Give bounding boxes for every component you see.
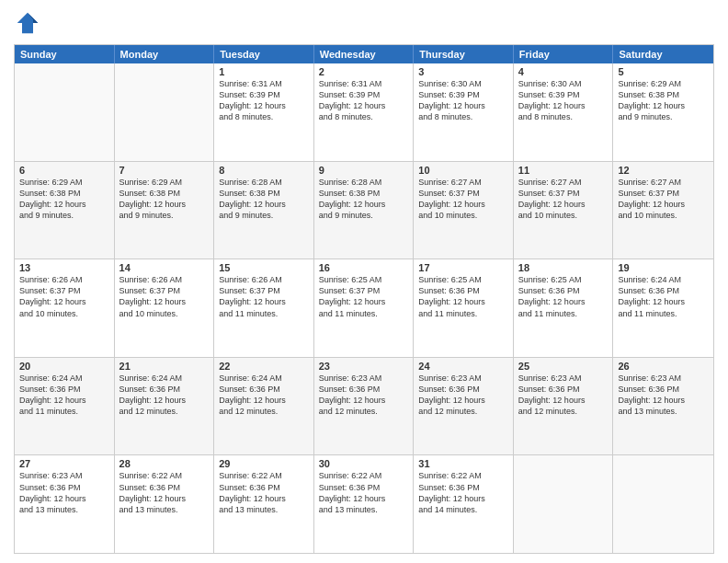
calendar-body: 1Sunrise: 6:31 AM Sunset: 6:39 PM Daylig… [15, 63, 713, 553]
day-info: Sunrise: 6:30 AM Sunset: 6:39 PM Dayligh… [418, 78, 508, 123]
day-info: Sunrise: 6:26 AM Sunset: 6:37 PM Dayligh… [219, 274, 309, 319]
calendar-cell [514, 455, 614, 553]
day-info: Sunrise: 6:22 AM Sunset: 6:36 PM Dayligh… [119, 470, 210, 515]
day-number: 3 [418, 66, 508, 77]
calendar-cell: 22Sunrise: 6:24 AM Sunset: 6:36 PM Dayli… [214, 358, 314, 455]
day-info: Sunrise: 6:24 AM Sunset: 6:36 PM Dayligh… [119, 373, 210, 418]
calendar-cell: 30Sunrise: 6:22 AM Sunset: 6:36 PM Dayli… [314, 455, 415, 553]
page: SundayMondayTuesdayWednesdayThursdayFrid… [0, 0, 728, 563]
day-number: 25 [518, 361, 609, 372]
day-info: Sunrise: 6:22 AM Sunset: 6:36 PM Dayligh… [219, 470, 309, 515]
day-number: 20 [19, 361, 109, 372]
calendar-cell: 6Sunrise: 6:29 AM Sunset: 6:38 PM Daylig… [15, 162, 115, 259]
day-info: Sunrise: 6:26 AM Sunset: 6:37 PM Dayligh… [119, 274, 210, 319]
calendar-cell: 4Sunrise: 6:30 AM Sunset: 6:39 PM Daylig… [514, 63, 614, 161]
day-number: 26 [618, 361, 709, 372]
calendar-row: 1Sunrise: 6:31 AM Sunset: 6:39 PM Daylig… [15, 63, 713, 161]
calendar-row: 27Sunrise: 6:23 AM Sunset: 6:36 PM Dayli… [15, 454, 713, 553]
day-info: Sunrise: 6:25 AM Sunset: 6:36 PM Dayligh… [418, 274, 508, 319]
day-number: 12 [618, 165, 709, 176]
day-info: Sunrise: 6:23 AM Sunset: 6:36 PM Dayligh… [418, 373, 508, 418]
day-info: Sunrise: 6:27 AM Sunset: 6:37 PM Dayligh… [618, 177, 709, 222]
calendar-cell: 16Sunrise: 6:25 AM Sunset: 6:37 PM Dayli… [314, 259, 415, 357]
day-number: 21 [119, 361, 210, 372]
header-day-thursday: Thursday [414, 45, 514, 63]
day-info: Sunrise: 6:29 AM Sunset: 6:38 PM Dayligh… [618, 78, 709, 123]
day-number: 30 [319, 458, 409, 469]
day-number: 9 [319, 165, 409, 176]
day-info: Sunrise: 6:26 AM Sunset: 6:37 PM Dayligh… [19, 274, 109, 319]
day-number: 23 [319, 361, 409, 372]
calendar-cell: 2Sunrise: 6:31 AM Sunset: 6:39 PM Daylig… [314, 63, 415, 161]
header [14, 9, 714, 37]
day-info: Sunrise: 6:24 AM Sunset: 6:36 PM Dayligh… [219, 373, 309, 418]
day-number: 14 [119, 262, 210, 273]
header-day-saturday: Saturday [613, 45, 713, 63]
day-info: Sunrise: 6:23 AM Sunset: 6:36 PM Dayligh… [618, 373, 709, 418]
day-info: Sunrise: 6:25 AM Sunset: 6:36 PM Dayligh… [518, 274, 609, 319]
calendar-row: 6Sunrise: 6:29 AM Sunset: 6:38 PM Daylig… [15, 161, 713, 259]
day-number: 2 [319, 66, 409, 77]
day-info: Sunrise: 6:22 AM Sunset: 6:36 PM Dayligh… [418, 470, 508, 515]
calendar-header: SundayMondayTuesdayWednesdayThursdayFrid… [15, 45, 713, 63]
calendar-cell: 28Sunrise: 6:22 AM Sunset: 6:36 PM Dayli… [115, 455, 215, 553]
day-info: Sunrise: 6:23 AM Sunset: 6:36 PM Dayligh… [19, 470, 109, 515]
day-info: Sunrise: 6:24 AM Sunset: 6:36 PM Dayligh… [19, 373, 109, 418]
calendar-cell: 17Sunrise: 6:25 AM Sunset: 6:36 PM Dayli… [414, 259, 514, 357]
day-info: Sunrise: 6:31 AM Sunset: 6:39 PM Dayligh… [319, 78, 409, 123]
day-number: 18 [518, 262, 609, 273]
calendar-cell: 10Sunrise: 6:27 AM Sunset: 6:37 PM Dayli… [414, 162, 514, 259]
day-number: 19 [618, 262, 709, 273]
calendar-cell: 5Sunrise: 6:29 AM Sunset: 6:38 PM Daylig… [613, 63, 713, 161]
calendar-cell [15, 63, 115, 161]
header-day-sunday: Sunday [15, 45, 115, 63]
day-number: 10 [418, 165, 508, 176]
day-info: Sunrise: 6:29 AM Sunset: 6:38 PM Dayligh… [119, 177, 210, 222]
calendar-cell: 13Sunrise: 6:26 AM Sunset: 6:37 PM Dayli… [15, 259, 115, 357]
day-info: Sunrise: 6:22 AM Sunset: 6:36 PM Dayligh… [319, 470, 409, 515]
calendar: SundayMondayTuesdayWednesdayThursdayFrid… [14, 44, 714, 554]
day-number: 28 [119, 458, 210, 469]
calendar-cell: 29Sunrise: 6:22 AM Sunset: 6:36 PM Dayli… [214, 455, 314, 553]
day-number: 24 [418, 361, 508, 372]
calendar-cell: 23Sunrise: 6:23 AM Sunset: 6:36 PM Dayli… [314, 358, 415, 455]
calendar-cell: 9Sunrise: 6:28 AM Sunset: 6:38 PM Daylig… [314, 162, 415, 259]
day-number: 13 [19, 262, 109, 273]
calendar-cell: 1Sunrise: 6:31 AM Sunset: 6:39 PM Daylig… [214, 63, 314, 161]
day-number: 29 [219, 458, 309, 469]
calendar-row: 20Sunrise: 6:24 AM Sunset: 6:36 PM Dayli… [15, 357, 713, 455]
header-day-wednesday: Wednesday [314, 45, 415, 63]
day-info: Sunrise: 6:24 AM Sunset: 6:36 PM Dayligh… [618, 274, 709, 319]
calendar-cell: 11Sunrise: 6:27 AM Sunset: 6:37 PM Dayli… [514, 162, 614, 259]
header-day-monday: Monday [115, 45, 215, 63]
day-info: Sunrise: 6:23 AM Sunset: 6:36 PM Dayligh… [319, 373, 409, 418]
day-number: 11 [518, 165, 609, 176]
calendar-cell: 24Sunrise: 6:23 AM Sunset: 6:36 PM Dayli… [414, 358, 514, 455]
calendar-cell: 27Sunrise: 6:23 AM Sunset: 6:36 PM Dayli… [15, 455, 115, 553]
calendar-row: 13Sunrise: 6:26 AM Sunset: 6:37 PM Dayli… [15, 259, 713, 357]
calendar-cell: 21Sunrise: 6:24 AM Sunset: 6:36 PM Dayli… [115, 358, 215, 455]
calendar-cell: 25Sunrise: 6:23 AM Sunset: 6:36 PM Dayli… [514, 358, 614, 455]
day-number: 6 [19, 165, 109, 176]
calendar-cell [613, 455, 713, 553]
calendar-cell: 18Sunrise: 6:25 AM Sunset: 6:36 PM Dayli… [514, 259, 614, 357]
day-number: 16 [319, 262, 409, 273]
day-info: Sunrise: 6:27 AM Sunset: 6:37 PM Dayligh… [418, 177, 508, 222]
calendar-cell: 14Sunrise: 6:26 AM Sunset: 6:37 PM Dayli… [115, 259, 215, 357]
day-info: Sunrise: 6:30 AM Sunset: 6:39 PM Dayligh… [518, 78, 609, 123]
day-number: 7 [119, 165, 210, 176]
day-number: 31 [418, 458, 508, 469]
day-info: Sunrise: 6:27 AM Sunset: 6:37 PM Dayligh… [518, 177, 609, 222]
calendar-cell: 7Sunrise: 6:29 AM Sunset: 6:38 PM Daylig… [115, 162, 215, 259]
logo [14, 9, 45, 37]
day-number: 27 [19, 458, 109, 469]
calendar-cell: 8Sunrise: 6:28 AM Sunset: 6:38 PM Daylig… [214, 162, 314, 259]
day-number: 5 [618, 66, 709, 77]
day-info: Sunrise: 6:25 AM Sunset: 6:37 PM Dayligh… [319, 274, 409, 319]
calendar-cell [115, 63, 215, 161]
calendar-cell: 3Sunrise: 6:30 AM Sunset: 6:39 PM Daylig… [414, 63, 514, 161]
day-number: 17 [418, 262, 508, 273]
calendar-cell: 19Sunrise: 6:24 AM Sunset: 6:36 PM Dayli… [613, 259, 713, 357]
day-info: Sunrise: 6:28 AM Sunset: 6:38 PM Dayligh… [319, 177, 409, 222]
day-info: Sunrise: 6:28 AM Sunset: 6:38 PM Dayligh… [219, 177, 309, 222]
